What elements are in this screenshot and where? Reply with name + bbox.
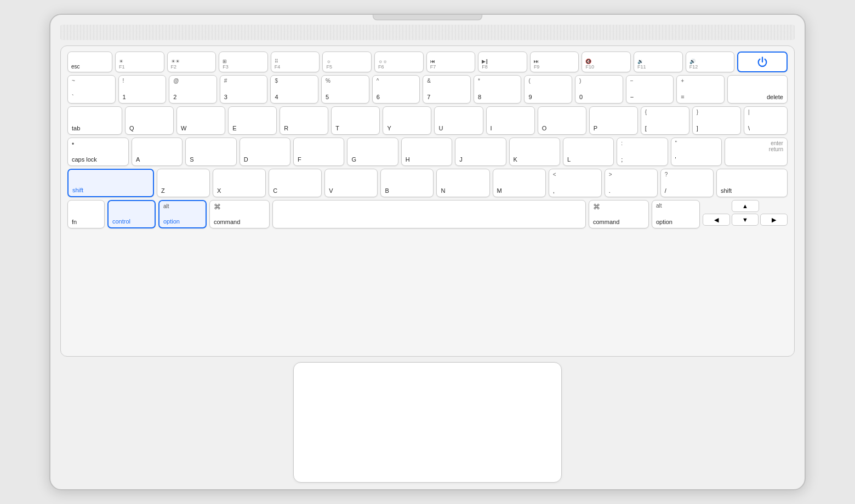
laptop-body: esc ☀ F1 ☀☀ F2 ⊞ F3 ⠿ F4 ☼ F5: [49, 14, 806, 490]
key-capslock[interactable]: • caps lock: [67, 138, 129, 166]
key-a[interactable]: A: [132, 138, 183, 166]
key-e[interactable]: E: [228, 106, 277, 135]
key-w[interactable]: W: [176, 106, 225, 135]
key-f9[interactable]: ⏭ F9: [530, 51, 579, 72]
key-backtick[interactable]: ~ `: [67, 75, 116, 104]
hinge-bar: [373, 15, 482, 20]
key-1[interactable]: ! 1: [118, 75, 167, 104]
key-slash[interactable]: ? /: [660, 169, 714, 197]
key-arrow-right[interactable]: ▶: [760, 214, 788, 226]
key-quote[interactable]: " ': [671, 138, 722, 166]
speaker-grille: [60, 25, 795, 40]
zxcv-row: shift Z X C V B N M <: [67, 169, 788, 197]
key-f8[interactable]: ▶‖ F8: [478, 51, 527, 72]
key-j[interactable]: J: [455, 138, 506, 166]
key-g[interactable]: G: [347, 138, 398, 166]
key-f1[interactable]: ☀ F1: [115, 51, 164, 72]
number-row: ~ ` ! 1 @ 2 # 3 $ 4 % 5: [67, 75, 788, 104]
key-3[interactable]: # 3: [220, 75, 268, 104]
key-f3[interactable]: ⊞ F3: [219, 51, 268, 72]
key-n[interactable]: N: [436, 169, 489, 197]
key-u[interactable]: U: [434, 106, 483, 135]
key-6[interactable]: ^ 6: [372, 75, 420, 104]
key-fn[interactable]: fn: [67, 200, 105, 228]
key-b[interactable]: B: [380, 169, 434, 197]
key-period[interactable]: > .: [605, 169, 658, 197]
key-control[interactable]: control: [107, 200, 156, 228]
touchpad[interactable]: [293, 362, 562, 483]
key-f4[interactable]: ⠿ F4: [271, 51, 320, 72]
bottom-row: fn control alt option ⌘ command ⌘ comman…: [67, 200, 788, 228]
key-i[interactable]: I: [486, 106, 535, 135]
key-r[interactable]: R: [280, 106, 328, 135]
key-enter[interactable]: enter return: [725, 138, 788, 166]
key-x[interactable]: X: [213, 169, 266, 197]
key-comma[interactable]: < ,: [549, 169, 602, 197]
key-shift-right[interactable]: shift: [716, 169, 788, 197]
key-command-left[interactable]: ⌘ command: [209, 200, 270, 228]
key-rbracket[interactable]: } ]: [692, 106, 741, 135]
qwerty-row: tab Q W E R T Y U I: [67, 106, 788, 135]
arrow-key-cluster: ▲ ◀ ▼ ▶: [703, 200, 788, 228]
key-f12[interactable]: 🔊 F12: [686, 51, 735, 72]
key-shift-left[interactable]: shift: [67, 169, 154, 197]
key-t[interactable]: T: [331, 106, 380, 135]
key-8[interactable]: * 8: [474, 75, 522, 104]
key-m[interactable]: M: [493, 169, 546, 197]
key-arrow-up[interactable]: ▲: [732, 200, 759, 212]
key-y[interactable]: Y: [383, 106, 431, 135]
key-equals[interactable]: + =: [676, 75, 725, 104]
key-5[interactable]: % 5: [321, 75, 369, 104]
key-4[interactable]: $ 4: [270, 75, 318, 104]
key-space[interactable]: [272, 200, 586, 228]
key-l[interactable]: L: [563, 138, 614, 166]
key-c[interactable]: C: [269, 169, 322, 197]
key-arrow-down[interactable]: ▼: [732, 214, 759, 226]
key-2[interactable]: @ 2: [169, 75, 217, 104]
key-0[interactable]: ) 0: [575, 75, 623, 104]
key-p[interactable]: P: [589, 106, 638, 135]
key-delete[interactable]: delete: [727, 75, 788, 104]
key-k[interactable]: K: [509, 138, 560, 166]
key-f11[interactable]: 🔉 F11: [634, 51, 683, 72]
key-9[interactable]: ( 9: [524, 75, 572, 104]
key-semicolon[interactable]: : ;: [617, 138, 668, 166]
key-f2[interactable]: ☀☀ F2: [167, 51, 216, 72]
key-option-left[interactable]: alt option: [158, 200, 207, 228]
key-z[interactable]: Z: [157, 169, 210, 197]
key-f[interactable]: F: [293, 138, 344, 166]
key-d[interactable]: D: [240, 138, 290, 166]
function-row: esc ☀ F1 ☀☀ F2 ⊞ F3 ⠿ F4 ☼ F5: [67, 51, 788, 72]
key-command-right[interactable]: ⌘ command: [589, 200, 649, 228]
key-f7[interactable]: ⏮ F7: [426, 51, 476, 72]
key-o[interactable]: O: [538, 106, 586, 135]
key-arrow-left[interactable]: ◀: [703, 214, 730, 226]
arrow-bottom-row: ◀ ▼ ▶: [703, 214, 788, 226]
key-h[interactable]: H: [401, 138, 452, 166]
keyboard-area: esc ☀ F1 ☀☀ F2 ⊞ F3 ⠿ F4 ☼ F5: [60, 45, 795, 357]
key-q[interactable]: Q: [125, 106, 174, 135]
key-esc[interactable]: esc: [67, 51, 112, 72]
asdf-row: • caps lock A S D F G H J: [67, 138, 788, 166]
arrow-top-row: ▲: [703, 200, 788, 212]
key-f5[interactable]: ☼ F5: [322, 51, 372, 72]
key-option-right[interactable]: alt option: [652, 200, 700, 228]
key-7[interactable]: & 7: [423, 75, 471, 104]
key-f10[interactable]: 🔇 F10: [582, 51, 631, 72]
key-lbracket[interactable]: { [: [641, 106, 689, 135]
key-v[interactable]: V: [324, 169, 378, 197]
key-tab[interactable]: tab: [67, 106, 122, 135]
key-s[interactable]: S: [185, 138, 236, 166]
key-f6[interactable]: ☼☼ F6: [374, 51, 424, 72]
key-backslash[interactable]: | \: [744, 106, 788, 135]
key-minus[interactable]: − −: [626, 75, 674, 104]
key-power[interactable]: [737, 51, 788, 72]
